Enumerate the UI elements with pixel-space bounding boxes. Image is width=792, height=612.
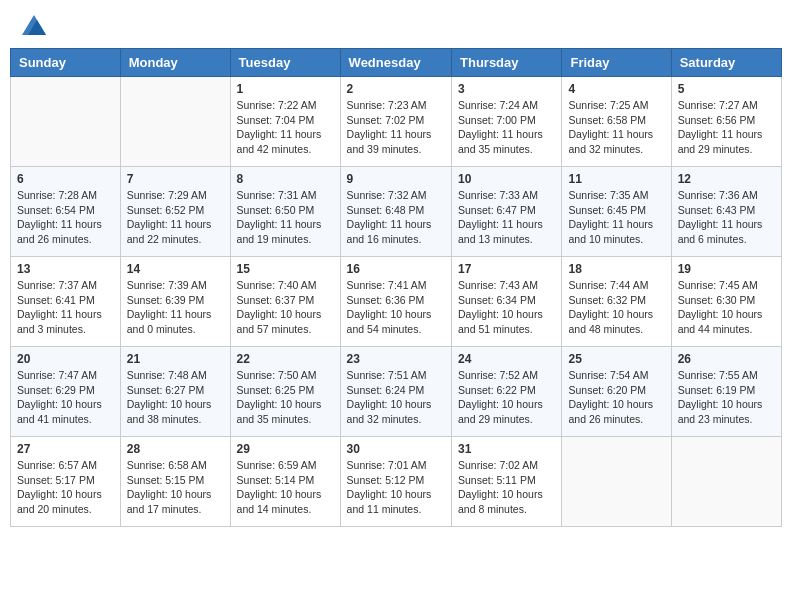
- column-header-tuesday: Tuesday: [230, 49, 340, 77]
- day-number: 11: [568, 172, 664, 186]
- cell-content: Sunrise: 7:33 AM Sunset: 6:47 PM Dayligh…: [458, 188, 555, 247]
- cell-content: Sunrise: 7:22 AM Sunset: 7:04 PM Dayligh…: [237, 98, 334, 157]
- calendar-cell: 21Sunrise: 7:48 AM Sunset: 6:27 PM Dayli…: [120, 347, 230, 437]
- calendar-cell: 4Sunrise: 7:25 AM Sunset: 6:58 PM Daylig…: [562, 77, 671, 167]
- calendar-cell: 13Sunrise: 7:37 AM Sunset: 6:41 PM Dayli…: [11, 257, 121, 347]
- day-number: 22: [237, 352, 334, 366]
- calendar-cell: 31Sunrise: 7:02 AM Sunset: 5:11 PM Dayli…: [452, 437, 562, 527]
- day-number: 5: [678, 82, 775, 96]
- column-header-thursday: Thursday: [452, 49, 562, 77]
- cell-content: Sunrise: 7:25 AM Sunset: 6:58 PM Dayligh…: [568, 98, 664, 157]
- calendar-cell: 3Sunrise: 7:24 AM Sunset: 7:00 PM Daylig…: [452, 77, 562, 167]
- cell-content: Sunrise: 7:37 AM Sunset: 6:41 PM Dayligh…: [17, 278, 114, 337]
- cell-content: Sunrise: 7:43 AM Sunset: 6:34 PM Dayligh…: [458, 278, 555, 337]
- cell-content: Sunrise: 7:32 AM Sunset: 6:48 PM Dayligh…: [347, 188, 445, 247]
- calendar-cell: [671, 437, 781, 527]
- cell-content: Sunrise: 7:31 AM Sunset: 6:50 PM Dayligh…: [237, 188, 334, 247]
- calendar-cell: 22Sunrise: 7:50 AM Sunset: 6:25 PM Dayli…: [230, 347, 340, 437]
- calendar-cell: 29Sunrise: 6:59 AM Sunset: 5:14 PM Dayli…: [230, 437, 340, 527]
- cell-content: Sunrise: 7:48 AM Sunset: 6:27 PM Dayligh…: [127, 368, 224, 427]
- cell-content: Sunrise: 7:39 AM Sunset: 6:39 PM Dayligh…: [127, 278, 224, 337]
- calendar-cell: 9Sunrise: 7:32 AM Sunset: 6:48 PM Daylig…: [340, 167, 451, 257]
- day-number: 4: [568, 82, 664, 96]
- day-number: 20: [17, 352, 114, 366]
- cell-content: Sunrise: 7:24 AM Sunset: 7:00 PM Dayligh…: [458, 98, 555, 157]
- column-header-sunday: Sunday: [11, 49, 121, 77]
- calendar-cell: 17Sunrise: 7:43 AM Sunset: 6:34 PM Dayli…: [452, 257, 562, 347]
- cell-content: Sunrise: 7:28 AM Sunset: 6:54 PM Dayligh…: [17, 188, 114, 247]
- calendar-cell: [120, 77, 230, 167]
- day-number: 29: [237, 442, 334, 456]
- calendar-cell: 11Sunrise: 7:35 AM Sunset: 6:45 PM Dayli…: [562, 167, 671, 257]
- week-row-2: 6Sunrise: 7:28 AM Sunset: 6:54 PM Daylig…: [11, 167, 782, 257]
- page-header: [10, 10, 782, 40]
- cell-content: Sunrise: 7:01 AM Sunset: 5:12 PM Dayligh…: [347, 458, 445, 517]
- day-number: 16: [347, 262, 445, 276]
- day-number: 3: [458, 82, 555, 96]
- cell-content: Sunrise: 7:44 AM Sunset: 6:32 PM Dayligh…: [568, 278, 664, 337]
- calendar-cell: [11, 77, 121, 167]
- week-row-4: 20Sunrise: 7:47 AM Sunset: 6:29 PM Dayli…: [11, 347, 782, 437]
- cell-content: Sunrise: 6:59 AM Sunset: 5:14 PM Dayligh…: [237, 458, 334, 517]
- calendar-cell: [562, 437, 671, 527]
- day-number: 24: [458, 352, 555, 366]
- day-number: 18: [568, 262, 664, 276]
- calendar-cell: 12Sunrise: 7:36 AM Sunset: 6:43 PM Dayli…: [671, 167, 781, 257]
- day-number: 2: [347, 82, 445, 96]
- cell-content: Sunrise: 7:35 AM Sunset: 6:45 PM Dayligh…: [568, 188, 664, 247]
- day-number: 12: [678, 172, 775, 186]
- calendar-cell: 8Sunrise: 7:31 AM Sunset: 6:50 PM Daylig…: [230, 167, 340, 257]
- day-number: 6: [17, 172, 114, 186]
- calendar-cell: 16Sunrise: 7:41 AM Sunset: 6:36 PM Dayli…: [340, 257, 451, 347]
- cell-content: Sunrise: 6:58 AM Sunset: 5:15 PM Dayligh…: [127, 458, 224, 517]
- calendar-table: SundayMondayTuesdayWednesdayThursdayFrid…: [10, 48, 782, 527]
- calendar-cell: 6Sunrise: 7:28 AM Sunset: 6:54 PM Daylig…: [11, 167, 121, 257]
- calendar-cell: 7Sunrise: 7:29 AM Sunset: 6:52 PM Daylig…: [120, 167, 230, 257]
- calendar-cell: 2Sunrise: 7:23 AM Sunset: 7:02 PM Daylig…: [340, 77, 451, 167]
- day-number: 7: [127, 172, 224, 186]
- cell-content: Sunrise: 7:47 AM Sunset: 6:29 PM Dayligh…: [17, 368, 114, 427]
- calendar-cell: 14Sunrise: 7:39 AM Sunset: 6:39 PM Dayli…: [120, 257, 230, 347]
- cell-content: Sunrise: 7:52 AM Sunset: 6:22 PM Dayligh…: [458, 368, 555, 427]
- calendar-cell: 10Sunrise: 7:33 AM Sunset: 6:47 PM Dayli…: [452, 167, 562, 257]
- cell-content: Sunrise: 7:51 AM Sunset: 6:24 PM Dayligh…: [347, 368, 445, 427]
- calendar-cell: 28Sunrise: 6:58 AM Sunset: 5:15 PM Dayli…: [120, 437, 230, 527]
- calendar-cell: 18Sunrise: 7:44 AM Sunset: 6:32 PM Dayli…: [562, 257, 671, 347]
- day-number: 10: [458, 172, 555, 186]
- day-number: 8: [237, 172, 334, 186]
- calendar-cell: 27Sunrise: 6:57 AM Sunset: 5:17 PM Dayli…: [11, 437, 121, 527]
- cell-content: Sunrise: 7:36 AM Sunset: 6:43 PM Dayligh…: [678, 188, 775, 247]
- day-number: 26: [678, 352, 775, 366]
- week-row-5: 27Sunrise: 6:57 AM Sunset: 5:17 PM Dayli…: [11, 437, 782, 527]
- day-number: 14: [127, 262, 224, 276]
- column-header-wednesday: Wednesday: [340, 49, 451, 77]
- calendar-cell: 1Sunrise: 7:22 AM Sunset: 7:04 PM Daylig…: [230, 77, 340, 167]
- calendar-cell: 15Sunrise: 7:40 AM Sunset: 6:37 PM Dayli…: [230, 257, 340, 347]
- calendar-cell: 24Sunrise: 7:52 AM Sunset: 6:22 PM Dayli…: [452, 347, 562, 437]
- logo-icon: [22, 15, 46, 35]
- week-row-1: 1Sunrise: 7:22 AM Sunset: 7:04 PM Daylig…: [11, 77, 782, 167]
- cell-content: Sunrise: 7:50 AM Sunset: 6:25 PM Dayligh…: [237, 368, 334, 427]
- day-number: 25: [568, 352, 664, 366]
- cell-content: Sunrise: 7:41 AM Sunset: 6:36 PM Dayligh…: [347, 278, 445, 337]
- calendar-cell: 30Sunrise: 7:01 AM Sunset: 5:12 PM Dayli…: [340, 437, 451, 527]
- cell-content: Sunrise: 6:57 AM Sunset: 5:17 PM Dayligh…: [17, 458, 114, 517]
- cell-content: Sunrise: 7:45 AM Sunset: 6:30 PM Dayligh…: [678, 278, 775, 337]
- day-number: 21: [127, 352, 224, 366]
- cell-content: Sunrise: 7:29 AM Sunset: 6:52 PM Dayligh…: [127, 188, 224, 247]
- column-header-monday: Monday: [120, 49, 230, 77]
- column-header-friday: Friday: [562, 49, 671, 77]
- week-row-3: 13Sunrise: 7:37 AM Sunset: 6:41 PM Dayli…: [11, 257, 782, 347]
- calendar-cell: 5Sunrise: 7:27 AM Sunset: 6:56 PM Daylig…: [671, 77, 781, 167]
- calendar-cell: 23Sunrise: 7:51 AM Sunset: 6:24 PM Dayli…: [340, 347, 451, 437]
- cell-content: Sunrise: 7:54 AM Sunset: 6:20 PM Dayligh…: [568, 368, 664, 427]
- calendar-cell: 25Sunrise: 7:54 AM Sunset: 6:20 PM Dayli…: [562, 347, 671, 437]
- day-number: 9: [347, 172, 445, 186]
- cell-content: Sunrise: 7:02 AM Sunset: 5:11 PM Dayligh…: [458, 458, 555, 517]
- day-number: 23: [347, 352, 445, 366]
- day-number: 27: [17, 442, 114, 456]
- day-number: 13: [17, 262, 114, 276]
- cell-content: Sunrise: 7:27 AM Sunset: 6:56 PM Dayligh…: [678, 98, 775, 157]
- cell-content: Sunrise: 7:23 AM Sunset: 7:02 PM Dayligh…: [347, 98, 445, 157]
- calendar-cell: 26Sunrise: 7:55 AM Sunset: 6:19 PM Dayli…: [671, 347, 781, 437]
